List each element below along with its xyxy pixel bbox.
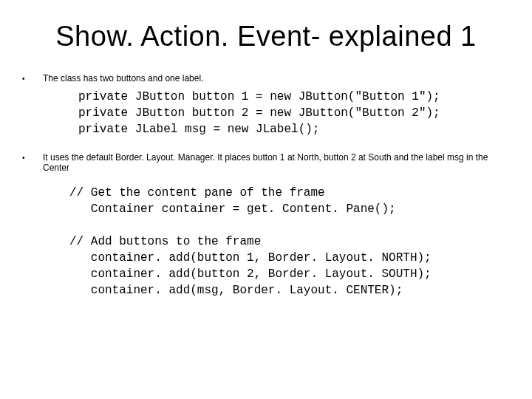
bullet-icon: • (22, 152, 43, 163)
code-block-1: private JButton button 1 = new JButton("… (78, 89, 510, 137)
bullet-icon: • (22, 73, 43, 84)
code-block-2: // Get the content pane of the frame Con… (69, 185, 510, 299)
bullet-item: • It uses the default Border. Layout. Ma… (22, 152, 510, 173)
bullet-text: The class has two buttons and one label. (43, 73, 203, 83)
bullet-text: It uses the default Border. Layout. Mana… (43, 152, 510, 173)
slide: Show. Action. Event- explained 1 • The c… (0, 0, 532, 399)
bullet-item: • The class has two buttons and one labe… (22, 73, 510, 84)
slide-title: Show. Action. Event- explained 1 (22, 21, 510, 52)
